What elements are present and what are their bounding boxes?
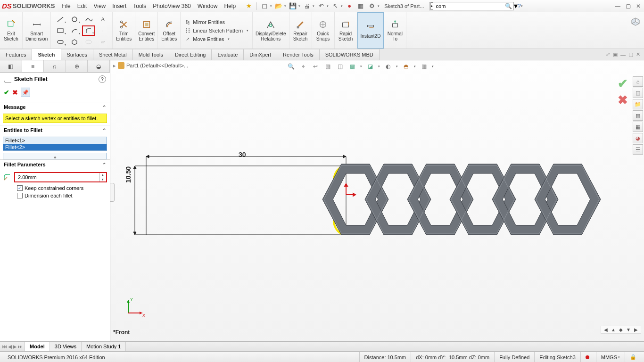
tab-sketch[interactable]: Sketch <box>32 49 61 60</box>
dim-each-row[interactable]: Dimension each fillet <box>17 193 106 198</box>
btab-3dviews[interactable]: 3D Views <box>50 342 82 351</box>
view-orientation-icon[interactable]: ◫ <box>336 62 344 71</box>
tab-features[interactable]: Features <box>0 49 32 60</box>
settings-gear-icon[interactable]: ⚙ <box>367 1 377 11</box>
entities-header[interactable]: Entities to Fillet⌃ <box>0 125 110 135</box>
dim-horizontal[interactable]: 30 <box>239 151 246 158</box>
pm-tab-dimxpert[interactable]: ⊕ <box>66 60 88 72</box>
rebuild-icon[interactable]: ● <box>345 1 354 11</box>
trim-entities-button[interactable]: Trim Entities <box>113 12 135 49</box>
exit-sketch-button[interactable]: Exit Sketch <box>0 12 23 49</box>
help-icon[interactable]: ? <box>518 2 521 9</box>
open-icon[interactable]: 📂 <box>274 1 283 11</box>
menu-insert[interactable]: Insert <box>112 3 126 9</box>
undo-icon[interactable]: ↶ <box>316 1 326 11</box>
tab-dimxpert[interactable]: DimXpert <box>244 49 277 60</box>
nav-right-icon[interactable]: ▶ <box>633 327 639 332</box>
point-tool[interactable]: · <box>96 25 109 36</box>
pm-tab-feature-manager[interactable]: ◧ <box>0 60 22 72</box>
bottom-tab-nav[interactable]: ⏮◀▶⏭ <box>0 342 25 351</box>
orientation-icon[interactable] <box>630 16 641 29</box>
tab-evaluate[interactable]: Evaluate <box>212 49 244 60</box>
status-lock[interactable]: 🔒 <box>625 352 641 362</box>
menu-edit[interactable]: Edit <box>77 3 87 9</box>
zoom-fit-icon[interactable]: 🔍 <box>287 62 295 71</box>
tab-surfaces[interactable]: Surfaces <box>61 49 93 60</box>
convert-entities-button[interactable]: Convert Entities <box>135 12 158 49</box>
display-relations-button[interactable]: Display/Delete Relations <box>253 12 289 49</box>
spline-tool[interactable] <box>82 14 95 25</box>
resources-icon[interactable]: ◫ <box>633 88 643 98</box>
close-button[interactable]: ✕ <box>635 3 642 9</box>
menu-photoview[interactable]: PhotoView 360 <box>153 3 191 9</box>
menu-window[interactable]: Window <box>198 3 218 9</box>
quick-snaps-button[interactable]: Quick Snaps <box>312 12 335 49</box>
btab-motion-study[interactable]: Motion Study 1 <box>82 342 126 351</box>
tab-render-tools[interactable]: Render Tools <box>277 49 320 60</box>
pm-cancel-button[interactable]: ✖ <box>12 89 18 96</box>
confirm-ok-icon[interactable]: ✔ <box>618 76 628 91</box>
maximize-button[interactable]: ▢ <box>624 3 632 9</box>
polygon-tool[interactable] <box>68 37 81 47</box>
circle-tool[interactable]: ▾ <box>68 14 81 25</box>
pm-tab-display-manager[interactable]: ◒ <box>88 60 110 72</box>
zoom-area-icon[interactable]: ⌖ <box>299 62 307 71</box>
feature-breadcrumb[interactable]: ▸ Part1 (Default<<Default>... <box>113 62 188 69</box>
pm-help-icon[interactable]: ? <box>99 75 106 83</box>
mirror-entities[interactable]: ⧎Mirror Entities <box>184 19 248 25</box>
view-nav-arrows[interactable]: ◀ ▲ ◆ ▼ ▶ <box>601 326 641 334</box>
tile-icon[interactable]: ▣ <box>613 51 618 58</box>
nav-up-icon[interactable]: ▲ <box>611 327 616 332</box>
menu-file[interactable]: File <box>61 3 70 9</box>
nav-left-icon[interactable]: ◀ <box>603 327 609 332</box>
message-header[interactable]: Message⌃ <box>0 102 110 112</box>
normal-to-button[interactable]: Normal To <box>384 12 406 49</box>
entity-row[interactable]: Fillet<1> <box>3 137 107 144</box>
nav-target-icon[interactable]: ◆ <box>618 327 624 332</box>
popout-icon[interactable]: ⤢ <box>606 51 610 58</box>
file-explorer-icon[interactable]: ▤ <box>633 110 643 121</box>
text-tool[interactable]: A <box>96 14 109 25</box>
appearances-icon[interactable]: ◕ <box>633 133 643 143</box>
hide-show-icon[interactable]: ◪ <box>366 62 374 71</box>
slot-tool[interactable]: ▾ <box>54 37 67 47</box>
dim-each-checkbox[interactable] <box>17 193 23 198</box>
smart-dimension-button[interactable]: Smart Dimension <box>23 12 51 49</box>
view-settings-icon[interactable]: ▥ <box>420 62 428 71</box>
rectangle-tool[interactable]: ▾ <box>54 25 67 36</box>
params-header[interactable]: Fillet Parameters⌃ <box>0 160 110 169</box>
ellipse-tool[interactable] <box>82 37 95 47</box>
design-library-icon[interactable]: 📁 <box>633 99 643 109</box>
print-icon[interactable]: 🖨 <box>302 1 312 11</box>
options-grid-icon[interactable]: ▦ <box>356 1 365 11</box>
status-units[interactable]: MMGS ▾ <box>596 352 625 362</box>
apply-scene-icon[interactable]: ◓ <box>402 62 410 71</box>
menu-tools[interactable]: Tools <box>133 3 146 9</box>
keep-corners-checkbox[interactable]: ✓ <box>17 185 23 191</box>
sketch-fillet-tool[interactable]: ▾ <box>82 25 95 36</box>
tab-mold-tools[interactable]: Mold Tools <box>133 49 169 60</box>
search-box[interactable]: ▸ 🔍▾ <box>429 2 514 10</box>
entity-row[interactable]: Fillet<2> <box>3 144 107 150</box>
menu-help[interactable]: Help <box>224 3 236 9</box>
search-input[interactable] <box>434 3 503 9</box>
select-icon[interactable]: ↖ <box>330 1 340 11</box>
btab-model[interactable]: Model <box>25 342 50 351</box>
custom-props-icon[interactable]: ☰ <box>633 144 643 155</box>
radius-spinner[interactable]: ▴▾ <box>99 173 106 181</box>
arc-tool[interactable]: ▾ <box>68 25 81 36</box>
pm-ok-button[interactable]: ✔ <box>4 89 9 96</box>
instant2d-button[interactable]: Instant2D <box>357 12 384 49</box>
status-rebuild[interactable] <box>580 352 596 362</box>
star-icon[interactable]: ★ <box>244 1 254 11</box>
tab-direct-editing[interactable]: Direct Editing <box>169 49 212 60</box>
tab-sheet-metal[interactable]: Sheet Metal <box>93 49 133 60</box>
dim-vertical[interactable]: 10.50 <box>124 166 132 183</box>
pane-minimize-icon[interactable]: — <box>620 52 626 58</box>
plane-tool[interactable]: ▱ <box>96 37 109 47</box>
pm-pushpin-button[interactable]: 📌 <box>21 88 30 97</box>
tab-mbd[interactable]: SOLIDWORKS MBD <box>320 49 380 60</box>
rapid-sketch-button[interactable]: Rapid Sketch <box>335 12 357 49</box>
home-icon[interactable]: ⌂ <box>633 76 643 87</box>
pane-close-icon[interactable]: ✕ <box>636 51 640 58</box>
